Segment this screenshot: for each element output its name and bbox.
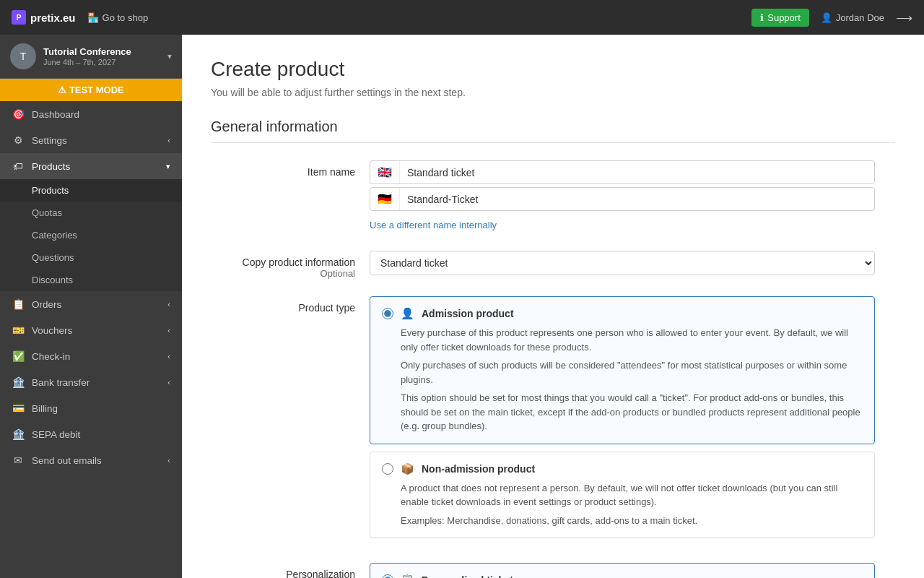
billing-icon: 💳: [12, 402, 25, 414]
bank-transfer-caret-icon: ‹: [167, 378, 170, 387]
personalization-options: 📋 Personalized ticket When this ticket i…: [370, 563, 875, 578]
personalization-row: Personalization 📋 Personalized ticket Wh…: [211, 563, 895, 578]
sidebar-label-checkin: Check-in: [32, 351, 70, 362]
sidebar-item-dashboard[interactable]: 🎯 Dashboard: [0, 101, 182, 127]
brand-logo[interactable]: P pretix.eu: [12, 10, 76, 25]
send-out-icon: ✉: [12, 454, 25, 466]
sidebar-subitem-quotas[interactable]: Quotas: [0, 202, 182, 224]
logo-icon: P: [12, 10, 26, 25]
layout: T Tutorial Conference June 4th – 7th, 20…: [0, 35, 924, 578]
product-type-label: Product type: [211, 296, 355, 314]
sidebar-item-checkin[interactable]: ✅ Check-in ‹: [0, 343, 182, 369]
personalization-label: Personalization: [211, 563, 355, 578]
use-different-name-link[interactable]: Use a different name internally: [370, 217, 497, 233]
non-admission-label: Non-admission product: [422, 463, 535, 475]
event-date: June 4th – 7th, 2027: [43, 58, 160, 66]
sidebar-item-sepa-debit[interactable]: 🏦 SEPA debit: [0, 421, 182, 447]
non-admission-product-card[interactable]: 📦 Non-admission product A product that d…: [370, 452, 875, 539]
personalized-radio[interactable]: [382, 574, 393, 578]
general-info-title: General information: [211, 118, 895, 143]
user-icon: 👤: [821, 12, 832, 23]
support-button[interactable]: ℹ Support: [751, 9, 809, 27]
admission-body: Every purchase of this product represent…: [382, 326, 863, 434]
admission-radio[interactable]: [382, 308, 393, 319]
products-caret-icon: ▾: [166, 162, 170, 171]
sidebar-item-bank-transfer[interactable]: 🏦 Bank transfer ‹: [0, 369, 182, 395]
non-admission-icon: 📦: [401, 462, 414, 475]
copy-product-info-row: Copy product information Optional Standa…: [211, 251, 895, 279]
sidebar-label-sepa-debit: SEPA debit: [32, 429, 80, 440]
personalized-ticket-card[interactable]: 📋 Personalized ticket When this ticket i…: [370, 563, 875, 578]
sidebar-label-settings: Settings: [32, 135, 67, 146]
event-caret-icon: ▾: [167, 51, 172, 61]
product-type-row: Product type 👤 Admission product Every p…: [211, 296, 895, 545]
event-name: Tutorial Conference: [43, 46, 160, 58]
item-name-en-input[interactable]: [400, 162, 874, 184]
event-avatar: T: [10, 43, 36, 69]
sidebar-label-send-out-emails: Send out emails: [32, 455, 102, 466]
admission-icon: 👤: [401, 307, 414, 320]
flag-en: 🇬🇧: [370, 161, 400, 184]
navbar: P pretix.eu 🏪 Go to shop ℹ Support 👤 Jor…: [0, 0, 924, 35]
product-type-options: 👤 Admission product Every purchase of th…: [370, 296, 875, 545]
support-icon: ℹ: [760, 12, 764, 23]
products-icon: 🏷: [12, 160, 25, 172]
sidebar-item-send-out-emails[interactable]: ✉ Send out emails ‹: [0, 447, 182, 473]
sidebar-item-orders[interactable]: 📋 Orders ‹: [0, 291, 182, 317]
page-title: Create product: [211, 58, 895, 81]
item-name-inputs: 🇬🇧 🇩🇪 Use a different name internally: [370, 160, 875, 233]
sidebar-subitem-categories[interactable]: Categories: [0, 224, 182, 246]
item-name-row: Item name 🇬🇧 🇩🇪 Use a different name int…: [211, 160, 895, 233]
sidebar-subitem-questions[interactable]: Questions: [0, 246, 182, 269]
admission-desc3: This option should be set for most thing…: [401, 391, 863, 434]
checkin-caret-icon: ‹: [167, 352, 170, 361]
copy-product-info-label: Copy product information Optional: [211, 251, 355, 279]
settings-caret-icon: ‹: [167, 136, 170, 144]
admission-desc2: Only purchases of such products will be …: [401, 358, 863, 387]
non-admission-body: A product that does not represent a pers…: [382, 481, 863, 528]
sidebar-item-vouchers[interactable]: 🎫 Vouchers ‹: [0, 317, 182, 343]
logout-button[interactable]: ⟶: [896, 11, 912, 25]
user-menu[interactable]: 👤 Jordan Doe: [821, 12, 884, 23]
vouchers-caret-icon: ‹: [167, 326, 170, 335]
non-admission-radio[interactable]: [382, 463, 393, 475]
shop-icon: 🏪: [87, 12, 99, 23]
orders-icon: 📋: [12, 298, 25, 310]
dashboard-icon: 🎯: [12, 108, 25, 120]
non-admission-desc1: A product that does not represent a pers…: [401, 481, 863, 509]
page-subtitle: You will be able to adjust further setti…: [211, 87, 895, 98]
non-admission-desc2: Examples: Merchandise, donations, gift c…: [401, 514, 863, 528]
vouchers-icon: 🎫: [12, 324, 25, 336]
products-subnav: Products Quotas Categories Questions Dis…: [0, 179, 182, 291]
sidebar-item-products[interactable]: 🏷 Products ▾: [0, 153, 182, 179]
sidebar-label-products: Products: [32, 161, 70, 172]
admission-label: Admission product: [422, 308, 514, 319]
copy-product-info-select-wrap: Standard ticket: [370, 251, 875, 275]
sidebar-label-vouchers: Vouchers: [32, 325, 72, 336]
sidebar-label-orders: Orders: [32, 299, 61, 310]
main-content: Create product You will be able to adjus…: [182, 35, 924, 578]
sidebar-item-settings[interactable]: ⚙ Settings ‹: [0, 127, 182, 153]
checkin-icon: ✅: [12, 350, 25, 362]
sidebar-label-billing: Billing: [32, 403, 58, 414]
sidebar-subitem-discounts[interactable]: Discounts: [0, 269, 182, 291]
sidebar-item-billing[interactable]: 💳 Billing: [0, 395, 182, 421]
item-name-en-input-wrap: 🇬🇧: [370, 160, 875, 184]
sidebar: T Tutorial Conference June 4th – 7th, 20…: [0, 35, 182, 578]
flag-de: 🇩🇪: [370, 188, 400, 210]
event-selector[interactable]: T Tutorial Conference June 4th – 7th, 20…: [0, 35, 182, 79]
test-mode-banner: ⚠ TEST MODE: [0, 79, 182, 101]
sidebar-label-bank-transfer: Bank transfer: [32, 377, 90, 388]
item-name-de-input[interactable]: [400, 189, 874, 210]
copy-product-info-select[interactable]: Standard ticket: [370, 251, 875, 275]
admission-desc1: Every purchase of this product represent…: [401, 326, 863, 354]
sidebar-subitem-products-list[interactable]: Products: [0, 179, 182, 202]
item-name-label: Item name: [211, 160, 355, 178]
personalized-icon: 📋: [401, 574, 414, 578]
settings-icon: ⚙: [12, 134, 25, 146]
goto-shop-link[interactable]: 🏪 Go to shop: [87, 12, 149, 23]
personalized-label: Personalized ticket: [422, 574, 513, 578]
admission-product-card[interactable]: 👤 Admission product Every purchase of th…: [370, 296, 875, 444]
sidebar-nav: 🎯 Dashboard ⚙ Settings ‹ 🏷 Products ▾ Pr…: [0, 101, 182, 578]
send-out-caret-icon: ‹: [167, 456, 170, 465]
